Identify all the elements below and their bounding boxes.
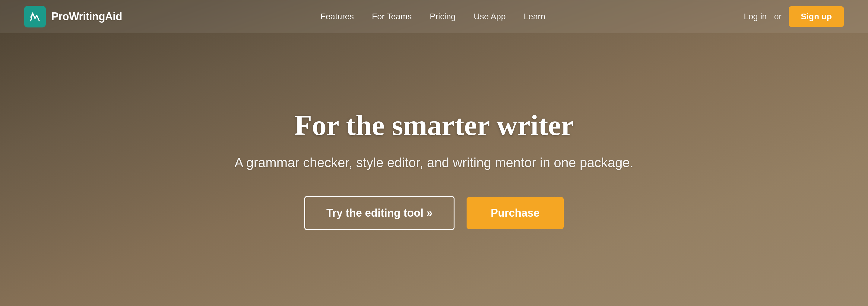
hero-buttons: Try the editing tool » Purchase xyxy=(304,196,564,230)
nav-use-app[interactable]: Use App xyxy=(474,12,506,22)
hero-content: For the smarter writer A grammar checker… xyxy=(0,33,868,306)
nav-for-teams[interactable]: For Teams xyxy=(372,12,412,22)
signup-button[interactable]: Sign up xyxy=(789,6,844,27)
brand-name: ProWritingAid xyxy=(51,10,122,23)
login-link[interactable]: Log in xyxy=(744,12,767,22)
navbar-auth: Log in or Sign up xyxy=(744,6,844,27)
hero-section: ProWritingAid Features For Teams Pricing… xyxy=(0,0,868,306)
nav-learn[interactable]: Learn xyxy=(524,12,546,22)
navbar-nav: Features For Teams Pricing Use App Learn xyxy=(320,12,545,22)
nav-features[interactable]: Features xyxy=(320,12,354,22)
hero-title: For the smarter writer xyxy=(294,109,574,141)
nav-or-text: or xyxy=(774,12,781,22)
hero-subtitle: A grammar checker, style editor, and wri… xyxy=(234,153,633,172)
try-editing-tool-button[interactable]: Try the editing tool » xyxy=(304,196,455,230)
brand-logo-icon xyxy=(24,6,46,27)
nav-pricing[interactable]: Pricing xyxy=(430,12,456,22)
purchase-button[interactable]: Purchase xyxy=(467,197,564,229)
navbar: ProWritingAid Features For Teams Pricing… xyxy=(0,0,868,33)
brand-logo-link[interactable]: ProWritingAid xyxy=(24,6,122,27)
